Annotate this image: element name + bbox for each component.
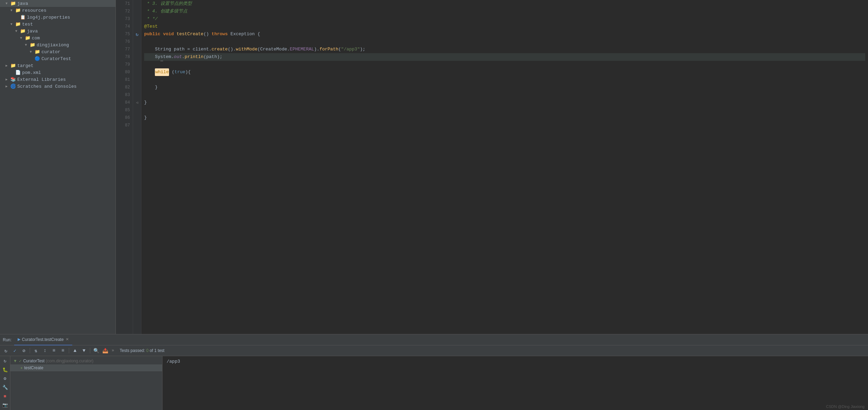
- sidebar-item-label: CuratorTest: [41, 56, 71, 61]
- chevron-test: ▼: [10, 22, 15, 26]
- chevron-ext-libs: ▶: [6, 77, 10, 82]
- sidebar-item-label: Scratches and Consoles: [17, 84, 77, 89]
- left-gutter-icons: ↻ 🐛 ⚙ 🔧 ■ 📷: [0, 356, 10, 410]
- line-numbers: 71 72 73 74 75 76 77 78 79 80 81 82 83 8…: [116, 0, 133, 334]
- stop-gutter-icon[interactable]: ■: [1, 393, 9, 400]
- sidebar-item-curator[interactable]: ▼ 📁 curator: [0, 48, 115, 55]
- wrench-gutter-icon[interactable]: 🔧: [1, 384, 9, 391]
- sidebar-item-label: com: [32, 36, 40, 41]
- test-tree: ▼ ✓ CuratorTest (com.dingjiaxiong.curato…: [10, 356, 162, 410]
- test-method-item[interactable]: ✦ testCreate: [10, 364, 162, 371]
- chevron-target: ▶: [6, 64, 10, 68]
- prev-fail-button[interactable]: ▲: [71, 347, 79, 354]
- main-area: ▼ 📁 java ▼ 📁 resources 📋 log4j.propertie…: [0, 0, 868, 334]
- chevron-java: ▼: [6, 2, 10, 6]
- sidebar-item-resources[interactable]: ▼ 📁 resources: [0, 7, 115, 14]
- chevron-resources: ▼: [10, 9, 15, 12]
- sidebar-item-label: java: [27, 29, 38, 34]
- code-line-81: [144, 76, 865, 84]
- sidebar-item-label: java: [17, 1, 28, 6]
- sidebar-item-external-libraries[interactable]: ▶ 📚 External Libraries: [0, 76, 115, 83]
- folder-icon-target: 📁: [10, 63, 16, 68]
- sort-alpha-button[interactable]: ↕: [41, 347, 49, 354]
- bottom-panel: Run: ▶ CuratorTest.testCreate ✕ ↻ ✓ ⊘ ⇅ …: [0, 334, 868, 410]
- folder-icon-java-test: 📁: [20, 28, 26, 34]
- sidebar-item-label: dingjiaxiong: [37, 42, 69, 48]
- sidebar-item-label: pom.xml: [22, 70, 41, 75]
- rerun-button[interactable]: ↻: [2, 347, 10, 354]
- stop-button[interactable]: ⊘: [20, 347, 28, 354]
- code-line-73: * */: [144, 15, 865, 23]
- chevron-curator: ▼: [30, 50, 35, 54]
- sidebar-item-test[interactable]: ▼ 📁 test: [0, 21, 115, 28]
- code-line-71: * 3. 设置节点的类型: [144, 0, 865, 8]
- test-suite-label: CuratorTest (com.dingjiaxiong.curator): [23, 359, 93, 363]
- sidebar-item-java-test[interactable]: ▼ 📁 java: [0, 28, 115, 35]
- code-editor[interactable]: * 3. 设置节点的类型 * 4. 创建多级节点 * */ @Test publ…: [141, 0, 868, 334]
- suite-expand-icon: ▼: [13, 359, 17, 363]
- rerun-gutter-icon[interactable]: ↻: [1, 357, 9, 364]
- code-line-86: }: [144, 114, 865, 122]
- code-line-77: String path = client.create().withMode(C…: [144, 46, 865, 53]
- code-line-82: }: [144, 84, 865, 91]
- code-line-79: [144, 61, 865, 68]
- code-line-80: while (true){: [144, 68, 865, 76]
- sidebar-item-label: target: [17, 63, 34, 68]
- sidebar-item-label: log4j.properties: [27, 15, 70, 20]
- editor-gutter: ↻ ◁: [133, 0, 141, 334]
- sidebar-item-dingjiaxiong[interactable]: ▼ 📁 dingjiaxiong: [0, 41, 115, 48]
- bottom-content: ↻ 🐛 ⚙ 🔧 ■ 📷 ▼ ✓ CuratorTest (com.dingjia…: [0, 356, 868, 410]
- code-line-78: System.out.println(path);: [144, 53, 865, 61]
- code-line-85: [144, 106, 865, 114]
- more-options[interactable]: »: [110, 348, 115, 353]
- folder-icon-curator: 📁: [35, 49, 40, 55]
- search-button[interactable]: 🔍: [92, 347, 100, 354]
- chevron-com: ▼: [20, 36, 25, 40]
- code-line-75: public void testCreate() throws Exceptio…: [144, 30, 865, 38]
- expand-button[interactable]: ≡: [50, 347, 58, 354]
- test-status: Tests passed: 0 of 1 test: [120, 348, 164, 353]
- camera-gutter-icon[interactable]: 📷: [1, 402, 9, 409]
- code-line-83: [144, 91, 865, 99]
- sort-button[interactable]: ⇅: [32, 347, 40, 354]
- passed-button[interactable]: ✓: [11, 347, 19, 354]
- next-fail-button[interactable]: ▼: [80, 347, 88, 354]
- sidebar-item-java[interactable]: ▼ 📁 java: [0, 0, 115, 7]
- sidebar-item-target[interactable]: ▶ 📁 target: [0, 62, 115, 69]
- sidebar-item-label: test: [22, 22, 33, 27]
- ext-libs-icon: 📚: [10, 77, 16, 82]
- settings-gutter-icon[interactable]: ⚙: [1, 375, 9, 382]
- tab-close-button[interactable]: ✕: [66, 337, 69, 342]
- separator-1: [30, 348, 30, 353]
- sidebar-item-curatortest[interactable]: 🔵 CuratorTest: [0, 55, 115, 62]
- sidebar-item-log4j[interactable]: 📋 log4j.properties: [0, 14, 115, 21]
- suite-status-icon: ✓: [19, 359, 22, 363]
- code-view: 71 72 73 74 75 76 77 78 79 80 81 82 83 8…: [116, 0, 868, 334]
- code-line-76: [144, 38, 865, 46]
- folder-icon-resources: 📁: [15, 8, 21, 13]
- sidebar-item-scratches[interactable]: ▶ 🌀 Scratches and Consoles: [0, 83, 115, 90]
- sidebar-item-pom[interactable]: 📄 pom.xml: [0, 69, 115, 76]
- folder-icon-dingjiaxiong: 📁: [30, 42, 35, 48]
- test-suite-item[interactable]: ▼ ✓ CuratorTest (com.dingjiaxiong.curato…: [10, 357, 162, 364]
- chevron-java-test: ▼: [15, 29, 20, 33]
- export-button[interactable]: 📤: [101, 347, 109, 354]
- sidebar-item-label: curator: [41, 49, 60, 55]
- sidebar-item-label: External Libraries: [17, 77, 66, 82]
- sidebar-item-com[interactable]: ▼ 📁 com: [0, 35, 115, 41]
- debug-gutter-icon[interactable]: 🐛: [1, 366, 9, 373]
- run-tab-icon: ▶: [18, 337, 20, 342]
- test-method-icon: ✦: [20, 366, 23, 370]
- run-label: Run:: [3, 337, 11, 342]
- code-line-87: [144, 122, 865, 129]
- folder-icon-test: 📁: [15, 21, 21, 27]
- folder-icon-com: 📁: [25, 35, 30, 41]
- watermark: CSDN @Ding Jiaxiong: [826, 404, 865, 409]
- bottom-toolbar: ↻ ✓ ⊘ ⇅ ↕ ≡ ≡ ▲ ▼ 🔍 📤 » Tests passed: 0 …: [0, 345, 868, 356]
- collapse-button[interactable]: ≡: [59, 347, 67, 354]
- run-tab[interactable]: ▶ CuratorTest.testCreate ✕: [14, 334, 72, 345]
- scratches-icon: 🌀: [10, 84, 16, 89]
- code-line-74: @Test: [144, 23, 865, 30]
- folder-icon-java: 📁: [10, 1, 16, 6]
- sidebar: ▼ 📁 java ▼ 📁 resources 📋 log4j.propertie…: [0, 0, 116, 334]
